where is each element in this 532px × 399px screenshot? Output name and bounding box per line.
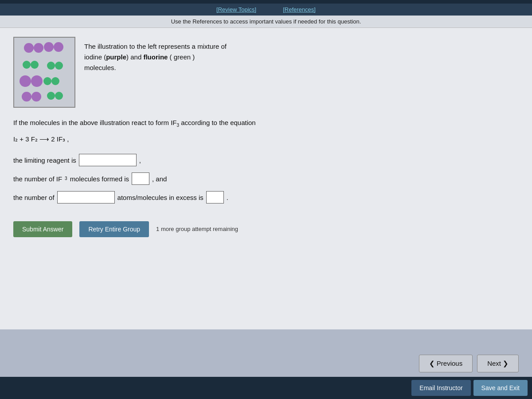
email-instructor-button[interactable]: Email Instructor	[411, 380, 470, 396]
excess-substance-input[interactable]	[57, 191, 115, 203]
svg-point-4	[23, 61, 31, 69]
svg-point-3	[54, 42, 63, 52]
svg-point-8	[47, 62, 55, 70]
next-button[interactable]: Next	[477, 355, 519, 372]
svg-point-14	[47, 92, 55, 100]
svg-point-13	[31, 92, 41, 102]
question-section: If the molecules in the above illustrati…	[13, 117, 519, 242]
svg-point-15	[55, 92, 63, 100]
excess-row: the number of atoms/molecules in excess …	[13, 191, 519, 203]
previous-button[interactable]: Previous	[419, 355, 473, 372]
review-topics-link[interactable]: [Review Topics]	[216, 6, 256, 13]
svg-point-9	[55, 62, 63, 70]
limiting-reagent-row: the limiting reagent is ,	[13, 154, 519, 166]
bottom-actions: Submit Answer Retry Entire Group 1 more …	[13, 217, 519, 242]
submit-answer-button[interactable]: Submit Answer	[13, 221, 72, 237]
description-text: The illustration to the left represents …	[84, 37, 227, 73]
svg-point-6	[20, 75, 31, 87]
svg-point-11	[51, 77, 59, 85]
header-bar: [Review Topics] [References]	[0, 4, 532, 16]
attempts-remaining: 1 more group attempt remaining	[156, 224, 238, 234]
svg-point-2	[44, 42, 54, 52]
references-link[interactable]: [References]	[283, 6, 316, 13]
svg-point-0	[24, 43, 34, 53]
molecule-illustration	[13, 37, 75, 108]
save-exit-button[interactable]: Save and Exit	[473, 380, 528, 396]
illustration-row: The illustration to the left represents …	[13, 37, 519, 108]
svg-point-12	[22, 92, 31, 102]
svg-point-1	[34, 43, 43, 53]
limiting-reagent-input[interactable]	[79, 154, 137, 166]
if3-molecules-input[interactable]	[132, 172, 149, 185]
if3-molecules-row: the number of IF3 molecules formed is , …	[13, 172, 519, 185]
footer-bar: Email Instructor Save and Exit	[0, 377, 532, 399]
nav-bar: Previous Next	[419, 355, 519, 372]
top-bar	[0, 0, 532, 4]
excess-amount-input[interactable]	[206, 191, 224, 203]
equation-line: I₂ + 3 F₂ ⟶ 2 IF₃ ,	[13, 133, 519, 145]
retry-group-button[interactable]: Retry Entire Group	[79, 221, 149, 237]
subheader: Use the References to access important v…	[0, 16, 532, 28]
svg-point-7	[31, 75, 43, 87]
svg-point-5	[31, 61, 39, 69]
intro-text: If the molecules in the above illustrati…	[13, 119, 177, 126]
svg-point-10	[43, 77, 51, 85]
main-content: The illustration to the left represents …	[0, 28, 532, 329]
